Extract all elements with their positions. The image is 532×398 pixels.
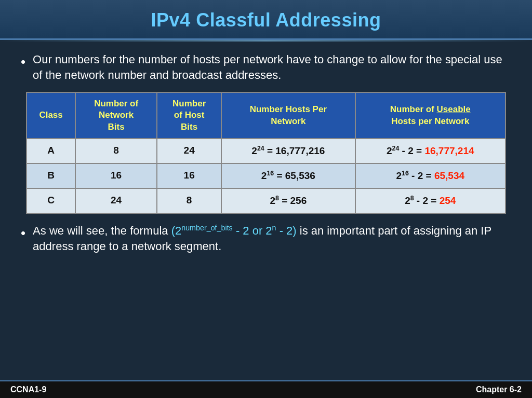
col-header-class: Class <box>26 92 75 138</box>
table-header-row: Class Number ofNetworkBits Numberof Host… <box>26 92 506 138</box>
col-header-useable-hosts: Number of UseableHosts per Network <box>355 92 506 138</box>
bullet-text-1: Our numbers for the number of hosts per … <box>33 52 511 83</box>
class-c-hosts: 28 = 256 <box>221 188 355 213</box>
footer-label-left: CCNA1-9 <box>10 385 46 394</box>
bullet-section-2: • As we will see, the formula (2number_o… <box>21 223 511 254</box>
table-row-b: B 16 16 216 = 65,536 216 - 2 = 65,534 <box>26 163 506 188</box>
class-b-useable-value: 65,534 <box>434 170 464 181</box>
bullet-text-2: As we will see, the formula (2number_of_… <box>33 223 511 254</box>
class-a-network-bits: 8 <box>75 139 157 163</box>
col-header-host-bits: Numberof HostBits <box>157 92 221 138</box>
main-content: • Our numbers for the number of hosts pe… <box>0 42 532 268</box>
table-row-c: C 24 8 28 = 256 28 - 2 = 254 <box>26 188 506 213</box>
class-b-useable: 216 - 2 = 65,534 <box>355 163 506 188</box>
class-b-hosts: 216 = 65,536 <box>221 163 355 188</box>
class-a-useable: 224 - 2 = 16,777,214 <box>355 139 506 163</box>
class-a: A <box>26 139 75 163</box>
classful-addressing-table: Class Number ofNetworkBits Numberof Host… <box>26 92 506 213</box>
bullet-dot-2: • <box>21 224 25 242</box>
class-b: B <box>26 163 75 188</box>
page-header: IPv4 Classful Addressing <box>0 0 532 40</box>
class-c: C <box>26 188 75 213</box>
bullet-item-2: • As we will see, the formula (2number_o… <box>21 223 511 254</box>
class-a-hosts: 224 = 16,777,216 <box>221 139 355 163</box>
class-c-useable-value: 254 <box>440 195 456 206</box>
class-c-useable: 28 - 2 = 254 <box>355 188 506 213</box>
page-title: IPv4 Classful Addressing <box>151 9 381 31</box>
page-footer: CCNA1-9 Chapter 6-2 <box>0 380 532 398</box>
bullet-section-1: • Our numbers for the number of hosts pe… <box>21 52 511 83</box>
table-row-a: A 8 24 224 = 16,777,216 224 - 2 = 16,777… <box>26 139 506 163</box>
table-wrapper: Class Number ofNetworkBits Numberof Host… <box>26 92 506 213</box>
class-a-useable-value: 16,777,214 <box>424 145 474 156</box>
class-b-network-bits: 16 <box>75 163 157 188</box>
formula-text: (2number_of_bits - 2 or 2n - 2) <box>171 224 297 237</box>
class-b-host-bits: 16 <box>157 163 221 188</box>
class-a-host-bits: 24 <box>157 139 221 163</box>
class-c-network-bits: 24 <box>75 188 157 213</box>
col-header-network-bits: Number ofNetworkBits <box>75 92 157 138</box>
footer-label-right: Chapter 6-2 <box>476 385 522 394</box>
bullet-dot-1: • <box>21 53 25 71</box>
bullet-item-1: • Our numbers for the number of hosts pe… <box>21 52 511 83</box>
class-c-host-bits: 8 <box>157 188 221 213</box>
col-header-hosts-per-network: Number Hosts PerNetwork <box>221 92 355 138</box>
